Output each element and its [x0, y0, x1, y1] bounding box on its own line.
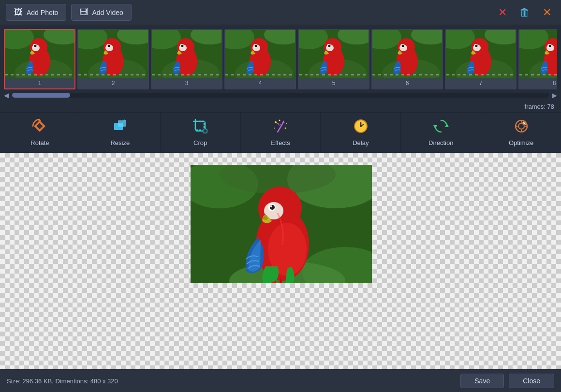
frame-item[interactable]: 7: [445, 29, 517, 89]
video-icon: 🎞: [79, 7, 88, 17]
frame-thumb: [299, 30, 369, 78]
status-bar: Size: 296.36 KB, Dimentions: 480 x 320 S…: [0, 369, 561, 392]
frame-thumb: [446, 30, 516, 78]
svg-point-87: [279, 120, 280, 121]
add-video-button[interactable]: 🎞 Add Video: [71, 4, 131, 21]
dashed-line: [519, 74, 557, 75]
preview-parrot-bg: [191, 165, 372, 283]
top-toolbar: 🖼 Add Photo 🎞 Add Video ✕ 🗑 ✕: [0, 0, 561, 25]
frame-thumb-inner: [372, 30, 442, 78]
add-photo-button[interactable]: 🖼 Add Photo: [6, 4, 66, 21]
scrollbar-row: ◀ ▶: [0, 89, 561, 102]
dashed-line: [225, 74, 295, 75]
svg-point-86: [285, 128, 286, 129]
rotate-icon: [32, 118, 47, 136]
frames-count: frames: 78: [0, 102, 561, 112]
rotate-tool-button[interactable]: Rotate: [0, 113, 80, 152]
frame-label: 3: [185, 78, 189, 88]
svg-point-118: [270, 205, 272, 207]
effects-label: Effects: [271, 139, 290, 146]
crop-label: Crop: [193, 139, 207, 146]
dashed-line: [372, 74, 442, 75]
svg-point-94: [360, 125, 362, 127]
frames-count-label: frames: 78: [525, 103, 554, 110]
optimize-icon: [514, 118, 529, 136]
dashed-line: [299, 74, 369, 75]
svg-point-8: [34, 45, 37, 47]
svg-point-35: [255, 45, 257, 47]
frame-thumb-inner: [299, 30, 369, 78]
scroll-track[interactable]: [12, 93, 549, 98]
frame-item[interactable]: 6: [371, 29, 443, 89]
frame-label: 5: [332, 78, 336, 88]
svg-marker-96: [433, 125, 437, 129]
optimize-tool-button[interactable]: Optimize: [481, 113, 561, 152]
resize-icon: [112, 118, 128, 136]
frame-thumb: [5, 30, 74, 78]
frame-thumb: [152, 30, 221, 78]
delete-button[interactable]: 🗑: [516, 5, 534, 20]
svg-point-88: [286, 123, 287, 124]
rotate-label: Rotate: [30, 139, 49, 146]
resize-tool-button[interactable]: Resize: [80, 113, 161, 152]
direction-icon: [433, 118, 449, 136]
close-x-button[interactable]: ✕: [494, 5, 511, 20]
effects-icon: [273, 118, 288, 136]
dashed-line: [152, 74, 221, 75]
cancel-button[interactable]: ✕: [539, 5, 555, 20]
photo-icon: 🖼: [14, 7, 23, 17]
frame-thumb-inner: [5, 30, 74, 78]
frame-item[interactable]: 4: [224, 29, 296, 89]
frame-thumb: [372, 30, 442, 78]
dashed-line: [78, 74, 148, 75]
dashed-line: [446, 74, 516, 75]
direction-tool-button[interactable]: Direction: [401, 113, 481, 152]
frame-label: 1: [38, 78, 42, 88]
filmstrip: 1: [4, 29, 557, 89]
svg-point-89: [274, 128, 275, 129]
svg-rect-82: [203, 129, 207, 133]
frame-item[interactable]: 1: [4, 29, 75, 89]
svg-point-105: [523, 123, 525, 124]
frame-item[interactable]: 2: [77, 29, 149, 89]
filmstrip-wrapper: 1: [0, 25, 561, 89]
dashed-line: [5, 74, 74, 75]
frame-thumb-inner: [446, 30, 516, 78]
direction-label: Direction: [428, 139, 453, 146]
svg-point-117: [270, 205, 275, 210]
frame-thumb-inner: [519, 30, 557, 78]
frame-thumb: [225, 30, 295, 78]
scroll-thumb: [12, 93, 70, 98]
svg-point-44: [328, 45, 331, 47]
frame-label: 2: [112, 78, 115, 88]
frame-label: 4: [259, 78, 262, 88]
delay-tool-button[interactable]: Delay: [321, 113, 401, 152]
parrot-svg: [191, 165, 372, 283]
optimize-label: Optimize: [509, 139, 533, 146]
svg-marker-84: [282, 120, 285, 123]
add-photo-label: Add Photo: [27, 9, 58, 16]
frame-label: 8: [553, 78, 556, 88]
effects-tool-button[interactable]: Effects: [241, 113, 321, 152]
frame-item[interactable]: 5: [298, 29, 369, 89]
add-video-label: Add Video: [92, 9, 123, 16]
frame-item[interactable]: 8: [518, 29, 557, 89]
svg-point-71: [549, 45, 551, 47]
svg-point-62: [475, 45, 478, 47]
frame-thumb-inner: [152, 30, 221, 78]
frame-label: 6: [406, 78, 409, 88]
frame-thumb-inner: [78, 30, 148, 78]
svg-rect-77: [195, 121, 204, 130]
svg-marker-95: [445, 123, 449, 127]
crop-tool-button[interactable]: Crop: [161, 113, 241, 152]
delay-label: Delay: [353, 139, 369, 146]
save-button[interactable]: Save: [460, 374, 504, 388]
frame-item[interactable]: 3: [151, 29, 222, 89]
preview-area: [0, 153, 561, 369]
status-text: Size: 296.36 KB, Dimentions: 480 x 320: [7, 377, 456, 385]
scroll-right-arrow[interactable]: ▶: [552, 91, 557, 99]
frame-thumb: [519, 30, 557, 78]
svg-point-26: [181, 45, 184, 47]
close-button[interactable]: Close: [509, 374, 554, 388]
scroll-left-arrow[interactable]: ◀: [4, 91, 9, 99]
